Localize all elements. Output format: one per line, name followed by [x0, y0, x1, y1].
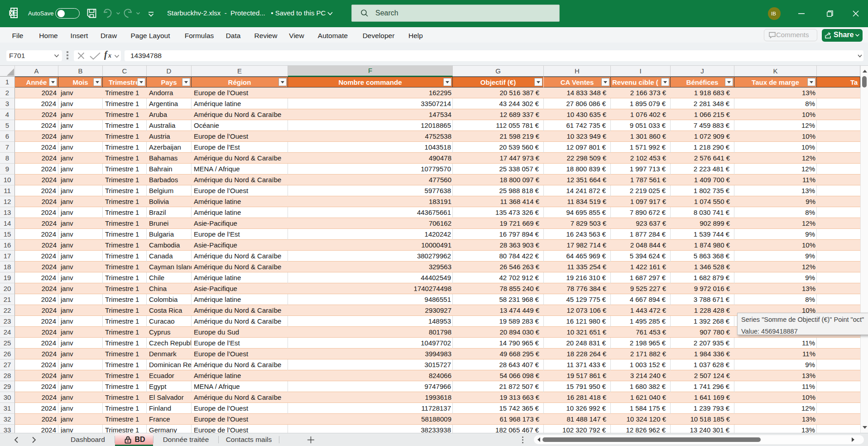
svg-text:X: X [10, 10, 14, 16]
